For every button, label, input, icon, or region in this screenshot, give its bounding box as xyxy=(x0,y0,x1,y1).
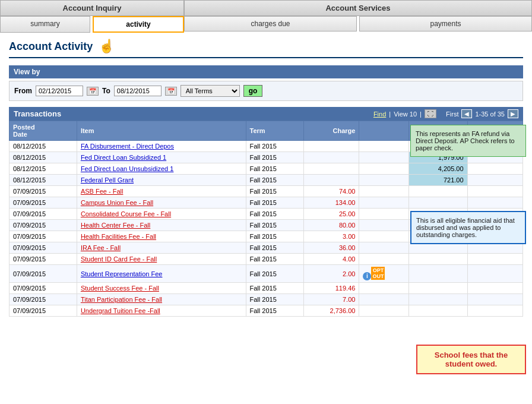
item-link[interactable]: Student Representation Fee xyxy=(81,270,163,277)
cell-date: 07/09/2015 xyxy=(10,197,77,209)
cell-item[interactable]: Fed Direct Loan Unsubsidized 1 xyxy=(77,163,246,175)
page-info: 1-35 of 35 xyxy=(475,111,505,118)
item-link[interactable]: Titan Participation Fee - Fall xyxy=(81,296,162,303)
account-inquiry-header: Account Inquiry xyxy=(0,0,184,16)
to-calendar-button[interactable]: 📅 xyxy=(165,87,177,96)
find-link[interactable]: Find xyxy=(373,111,386,118)
callout-blue: This is all eligible financial aid that … xyxy=(410,211,526,244)
prev-page-button[interactable]: ◀ xyxy=(461,109,472,118)
cell-item[interactable]: Campus Union Fee - Fall xyxy=(77,197,246,209)
terms-select[interactable]: All Terms Fall 2015 xyxy=(180,85,240,97)
cell-item[interactable]: Fed Direct Loan Subsidized 1 xyxy=(77,152,246,163)
cell-item[interactable]: Consolidated Course Fee - Fall xyxy=(77,209,246,220)
next-page-button[interactable]: ▶ xyxy=(508,109,518,118)
cell-item[interactable]: IRA Fee - Fall xyxy=(77,242,246,254)
col-blank xyxy=(359,121,409,141)
cell-term: Fall 2015 xyxy=(246,254,303,265)
cell-charge: 3.00 xyxy=(304,231,359,242)
cell-term: Fall 2015 xyxy=(246,141,303,152)
cell-optout[interactable]: iOPTOUT xyxy=(359,265,409,283)
cell-item[interactable]: Health Facilities Fee - Fall xyxy=(77,231,246,242)
cell-payment: 4,205.00 xyxy=(409,163,467,175)
cell-payment xyxy=(409,294,467,305)
expand-button[interactable]: ⛶ xyxy=(425,109,436,118)
opt-out-button[interactable]: OPTOUT xyxy=(371,267,385,280)
cell-payment xyxy=(409,283,467,294)
cell-date: 07/09/2015 xyxy=(10,254,77,265)
item-link[interactable]: Student Success Fee - Fall xyxy=(81,285,159,292)
cell-charge: 74.00 xyxy=(304,186,359,197)
item-link[interactable]: Health Facilities Fee - Fall xyxy=(81,233,156,240)
from-date-input[interactable] xyxy=(36,86,83,96)
table-row: 07/09/2015Student Success Fee - FallFall… xyxy=(10,283,523,294)
cell-optout xyxy=(359,152,409,163)
cell-charge: 7.00 xyxy=(304,294,359,305)
cell-item[interactable]: Titan Participation Fee - Fall xyxy=(77,294,246,305)
cell-item[interactable]: Undergrad Tuition Fee -Fall xyxy=(77,305,246,317)
cell-refund xyxy=(467,305,522,317)
item-link[interactable]: Undergrad Tuition Fee -Fall xyxy=(81,307,160,314)
item-link[interactable]: Student ID Card Fee - Fall xyxy=(81,255,157,263)
cell-term: Fall 2015 xyxy=(246,163,303,175)
view-by-bar: View by xyxy=(9,65,523,78)
cell-item[interactable]: Student ID Card Fee - Fall xyxy=(77,254,246,265)
cell-date: 07/09/2015 xyxy=(10,265,77,283)
cell-optout xyxy=(359,283,409,294)
cell-optout xyxy=(359,141,409,152)
cell-item[interactable]: Student Representation Fee xyxy=(77,265,246,283)
cell-item[interactable]: Federal Pell Grant xyxy=(77,175,246,186)
tab-payments-label: payments xyxy=(430,20,461,28)
cell-payment: 721.00 xyxy=(409,175,467,186)
tab-charges-due[interactable]: charges due xyxy=(184,16,357,31)
cell-charge: 36.00 xyxy=(304,242,359,254)
item-link[interactable]: Fed Direct Loan Unsubsidized 1 xyxy=(81,165,174,172)
cell-refund xyxy=(467,254,522,265)
item-link[interactable]: Consolidated Course Fee - Fall xyxy=(81,210,171,217)
item-link[interactable]: Federal Pell Grant xyxy=(81,176,134,184)
cell-refund xyxy=(467,163,522,175)
item-link[interactable]: ASB Fee - Fall xyxy=(81,188,124,195)
cell-item[interactable]: Student Success Fee - Fall xyxy=(77,283,246,294)
table-row: 07/09/2015ASB Fee - FallFall 201574.00 xyxy=(10,186,523,197)
col-item: Item xyxy=(77,121,246,141)
tab-activity-label: activity xyxy=(126,20,150,29)
cell-refund xyxy=(467,186,522,197)
cell-term: Fall 2015 xyxy=(246,305,303,317)
cell-item[interactable]: ASB Fee - Fall xyxy=(77,186,246,197)
transactions-controls: Find | View 10 | ⛶ First ◀ 1-35 of 35 ▶ xyxy=(373,109,518,118)
callout-green: This represents an FA refund via Direct … xyxy=(410,125,526,157)
info-icon[interactable]: i xyxy=(363,272,371,280)
go-button[interactable]: go xyxy=(243,85,263,97)
tab-activity[interactable]: activity xyxy=(93,16,184,33)
table-row: 07/09/2015Undergrad Tuition Fee -FallFal… xyxy=(10,305,523,317)
table-row: 08/12/2015Federal Pell GrantFall 2015721… xyxy=(10,175,523,186)
cell-term: Fall 2015 xyxy=(246,152,303,163)
cell-refund xyxy=(467,175,522,186)
cell-charge xyxy=(304,152,359,163)
cursor-icon: ☝ xyxy=(99,39,115,54)
cell-charge: 4.00 xyxy=(304,254,359,265)
item-link[interactable]: Health Center Fee - Fall xyxy=(81,222,150,229)
item-link[interactable]: Campus Union Fee - Fall xyxy=(81,199,153,206)
first-label: First xyxy=(446,111,458,118)
cell-date: 07/09/2015 xyxy=(10,242,77,254)
cell-charge: 119.46 xyxy=(304,283,359,294)
from-calendar-button[interactable]: 📅 xyxy=(87,87,99,96)
page-title: Account Activity ☝ xyxy=(9,39,523,58)
item-link[interactable]: IRA Fee - Fall xyxy=(81,244,121,251)
cell-optout xyxy=(359,231,409,242)
item-link[interactable]: FA Disbursement - Direct Depos xyxy=(81,143,174,150)
cell-item[interactable]: Health Center Fee - Fall xyxy=(77,220,246,231)
filter-row: From 📅 To 📅 All Terms Fall 2015 go xyxy=(9,81,523,101)
cell-charge: 2.00 xyxy=(304,265,359,283)
to-date-input[interactable] xyxy=(114,86,162,96)
transactions-header: Transactions Find | View 10 | ⛶ First ◀ … xyxy=(9,107,523,121)
cell-optout xyxy=(359,186,409,197)
cell-optout xyxy=(359,294,409,305)
item-link[interactable]: Fed Direct Loan Subsidized 1 xyxy=(81,154,166,161)
cell-date: 08/12/2015 xyxy=(10,152,77,163)
tab-summary[interactable]: summary xyxy=(0,16,90,33)
cell-term: Fall 2015 xyxy=(246,175,303,186)
cell-item[interactable]: FA Disbursement - Direct Depos xyxy=(77,141,246,152)
tab-payments[interactable]: payments xyxy=(359,16,532,31)
